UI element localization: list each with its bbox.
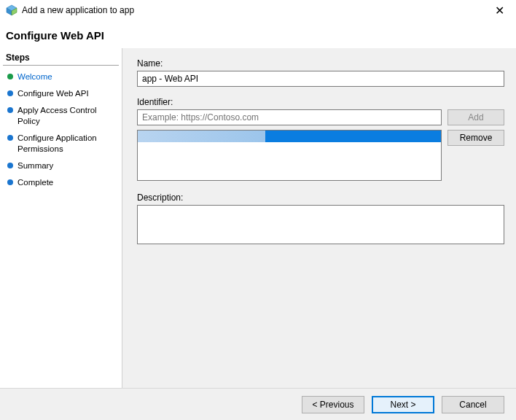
close-icon[interactable]: ✕ — [489, 4, 510, 18]
name-input[interactable] — [137, 71, 504, 87]
step-label: Welcome — [17, 71, 52, 82]
steps-title: Steps — [3, 52, 119, 66]
bullet-icon — [7, 107, 13, 113]
next-button[interactable]: Next > — [372, 396, 434, 413]
list-item[interactable] — [138, 131, 441, 142]
step-configure-web-api[interactable]: Configure Web API — [3, 85, 119, 102]
description-input[interactable] — [137, 205, 504, 244]
main-panel: Name: Identifier: Add Remove Description… — [122, 48, 516, 388]
step-apply-access-control-policy[interactable]: Apply Access Control Policy — [3, 102, 119, 130]
identifier-listbox[interactable] — [137, 130, 442, 181]
step-complete[interactable]: Complete — [3, 174, 119, 191]
list-item-selected-segment — [265, 131, 441, 142]
step-summary[interactable]: Summary — [3, 158, 119, 174]
previous-button[interactable]: < Previous — [302, 396, 364, 413]
bullet-icon — [7, 163, 13, 168]
identifier-input[interactable] — [137, 109, 442, 125]
cancel-button[interactable]: Cancel — [442, 396, 504, 413]
step-label: Configure Application Permissions — [17, 133, 114, 155]
step-label: Complete — [17, 177, 53, 188]
add-button[interactable]: Add — [447, 109, 504, 125]
page-heading: Configure Web API — [0, 20, 516, 47]
window-title: Add a new application to app — [22, 5, 489, 15]
step-configure-application-permissions[interactable]: Configure Application Permissions — [3, 130, 119, 158]
list-item-obscured-segment — [138, 131, 265, 142]
bullet-current-icon — [7, 90, 13, 96]
wizard-footer: < Previous Next > Cancel — [0, 388, 516, 420]
steps-sidebar: Steps Welcome Configure Web API Apply Ac… — [0, 48, 122, 388]
bullet-icon — [7, 135, 13, 141]
step-label: Summary — [17, 160, 53, 171]
bullet-done-icon — [7, 74, 13, 79]
step-welcome[interactable]: Welcome — [3, 69, 119, 85]
app-cube-icon — [6, 4, 17, 16]
bullet-icon — [7, 179, 13, 185]
identifier-label: Identifier: — [137, 97, 504, 107]
title-bar: Add a new application to app ✕ — [0, 0, 516, 20]
step-label: Apply Access Control Policy — [17, 105, 114, 127]
description-label: Description: — [137, 192, 504, 203]
step-label: Configure Web API — [17, 88, 89, 99]
name-label: Name: — [137, 58, 504, 69]
remove-button[interactable]: Remove — [447, 130, 504, 146]
